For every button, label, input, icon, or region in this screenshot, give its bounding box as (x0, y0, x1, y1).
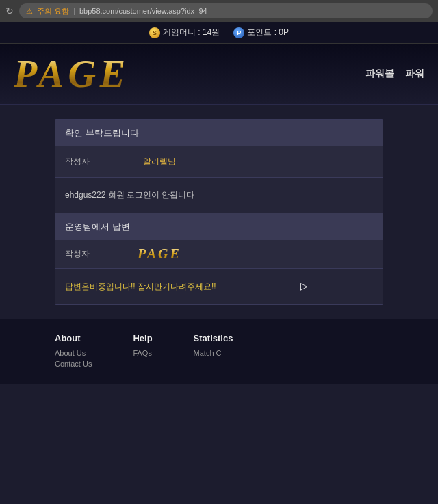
reply-author-row: 작성자 PAGE (55, 240, 383, 269)
author-row: 작성자 알리렐님 (55, 146, 383, 178)
nav-item-power2[interactable]: 파워 (405, 68, 424, 80)
post-section: 확인 부탁드립니다 작성자 알리렐님 ehdgus222 회원 로그인이 안됩니… (55, 120, 383, 213)
site-header: PAGE 파워볼 파워 (0, 44, 438, 105)
caution-text: 주의 요함 (37, 6, 69, 16)
coin-icon: S (149, 27, 160, 38)
author-value: 알리렐님 (138, 152, 181, 172)
page-wrapper: S 게임머니 : 14원 P 포인트 : 0P PAGE 파워볼 파워 확인 부… (0, 22, 438, 504)
site-footer: About About Us Contact Us Help FAQs Stat… (0, 319, 438, 384)
footer-match-link[interactable]: Match C (194, 349, 233, 357)
point-icon: P (233, 27, 244, 38)
footer-help-col: Help FAQs (133, 333, 152, 371)
reply-author-label: 작성자 (55, 244, 138, 264)
reply-section-title: 운영팀에서 답변 (65, 222, 130, 232)
footer-stats-col: Statistics Match C (194, 333, 233, 371)
reply-author-logo: PAGE (138, 245, 181, 263)
footer-help-title: Help (133, 333, 152, 343)
browser-chrome: ↻ ⚠ 주의 요함 | bbp58.com/customer/view.asp?… (0, 0, 438, 22)
footer-faqs-link[interactable]: FAQs (133, 349, 152, 357)
reload-icon[interactable]: ↻ (5, 5, 14, 16)
footer-about-title: About (55, 333, 92, 343)
footer-contact-us-link[interactable]: Contact Us (55, 360, 92, 368)
points-display: P 포인트 : 0P (233, 27, 289, 38)
footer-columns: About About Us Contact Us Help FAQs Stat… (55, 333, 383, 371)
address-bar[interactable]: ⚠ 주의 요함 | bbp58.com/customer/view.asp?id… (19, 3, 433, 18)
post-title-header: 확인 부탁드립니다 (55, 120, 383, 146)
points-text: 포인트 : 0P (247, 27, 289, 38)
author-label: 작성자 (55, 152, 138, 172)
url-separator: | (73, 7, 75, 15)
reply-title-header: 운영팀에서 답변 (55, 213, 383, 240)
footer-stats-title: Statistics (194, 333, 233, 343)
nav-items: 파워볼 파워 (365, 68, 424, 80)
nav-item-powerball[interactable]: 파워볼 (365, 68, 394, 80)
url-display: bbp58.com/customer/view.asp?idx=94 (79, 7, 207, 15)
footer-about-us-link[interactable]: About Us (55, 349, 92, 357)
footer-about-col: About About Us Contact Us (55, 333, 92, 371)
game-money-display: S 게임머니 : 14원 (149, 27, 220, 38)
post-body: ehdgus222 회원 로그인이 안됩니다 (55, 178, 383, 213)
content-box: 확인 부탁드립니다 작성자 알리렐님 ehdgus222 회원 로그인이 안됩니… (55, 119, 383, 305)
browser-controls: ↻ (5, 5, 14, 16)
post-title: 확인 부탁드립니다 (65, 128, 139, 138)
site-logo[interactable]: PAGE (14, 52, 129, 96)
caution-icon: ⚠ (26, 7, 33, 16)
reply-body: 답변은비중입니다!! 잠시만기다려주세요!! ▷ (55, 269, 383, 303)
reply-section: 운영팀에서 답변 작성자 PAGE 답변은비중입니다!! 잠시만기다려주세요!!… (55, 213, 383, 304)
cursor-indicator: ▷ (300, 280, 308, 291)
main-content: 확인 부탁드립니다 작성자 알리렐님 ehdgus222 회원 로그인이 안됩니… (0, 105, 438, 305)
top-info-bar: S 게임머니 : 14원 P 포인트 : 0P (0, 22, 438, 44)
game-money-text: 게임머니 : 14원 (163, 27, 220, 38)
post-body-text: ehdgus222 회원 로그인이 안됩니다 (65, 190, 194, 200)
reply-body-text: 답변은비중입니다!! 잠시만기다려주세요!! (65, 282, 216, 291)
